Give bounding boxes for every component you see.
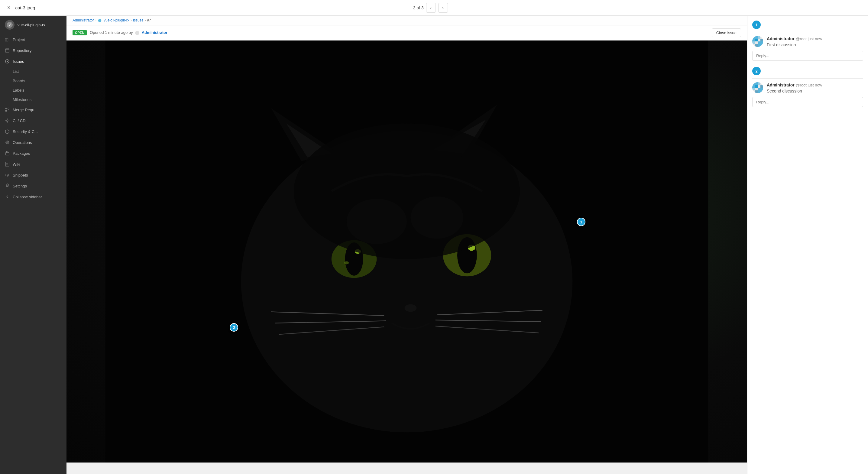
breadcrumb-admin[interactable]: Administrator [72,18,94,22]
svg-point-41 [347,199,407,244]
discussion-number-1: 1 [752,21,761,29]
close-button[interactable]: × [6,3,12,12]
sidebar-item-snippets[interactable]: Snippets [0,170,66,180]
right-panel: 1 A [747,16,868,474]
comment-header-2: Administrator @root just now [767,82,863,88]
svg-rect-54 [755,85,758,88]
sidebar-item-settings[interactable]: Settings [0,180,66,191]
sidebar-item-operations[interactable]: Operations [0,137,66,148]
sidebar-label-settings: Settings [13,184,27,188]
sidebar-item-security[interactable]: Security & C... [0,126,66,137]
comment-author-1: Administrator [767,36,795,41]
sidebar-item-repository[interactable]: Repository [0,45,66,56]
sidebar-label-operations: Operations [13,140,32,145]
sidebar-label-repository: Repository [13,48,31,53]
svg-point-7 [8,108,9,109]
svg-rect-57 [761,85,763,88]
annotation-pin-1[interactable]: 1 [577,218,585,226]
sidebar-label-security: Security & C... [13,129,38,134]
image-display: 1 2 cat-1.jpeg cat-2.jpeg cat-3.jpeg [66,40,747,463]
svg-rect-46 [755,39,758,41]
open-badge: Open [72,30,87,35]
comment-text-2: Second discussion [767,89,863,93]
sidebar-label-project: Project [13,37,25,42]
svg-point-42 [410,197,463,239]
svg-point-33 [405,304,417,312]
project-name: vue-cli-plugin-rx [18,23,45,27]
cat-image[interactable]: 1 2 [66,40,747,463]
page-info: 3 of 3 [413,5,424,10]
project-avatar: V [5,20,14,30]
sidebar-item-issues[interactable]: Issues [0,56,66,67]
security-icon [5,129,10,134]
issue-status-left: Open Opened 1 minute ago by Administrato… [72,30,167,35]
svg-point-32 [344,261,349,264]
sidebar-item-project[interactable]: ◫ Project [0,34,66,45]
sidebar-item-milestones[interactable]: Milestones [0,95,66,104]
operations-icon [5,140,10,145]
svg-rect-48 [758,36,761,39]
comment-block-2: Administrator @root just now Second disc… [752,82,863,93]
sidebar-item-wiki[interactable]: Wiki [0,159,66,170]
svg-line-17 [7,174,7,177]
sidebar-label-merge-requests: Merge Requ... [13,108,37,112]
comment-author-2: Administrator [767,83,795,87]
snippets-icon [5,173,10,177]
author-link[interactable]: Administrator [142,30,167,35]
sidebar-item-merge-requests[interactable]: Merge Requ... [0,104,66,115]
sidebar-item-boards[interactable]: Boards [0,76,66,86]
sidebar-label-ci-cd: CI / CD [13,119,26,123]
sidebar-item-collapse[interactable]: Collapse sidebar [0,191,66,202]
svg-point-6 [5,108,7,109]
opened-text: Opened 1 minute ago by Administrator [90,30,167,35]
file-title: cat-3.jpeg [16,5,35,10]
issue-breadcrumb-bar: Administrator › vue-cli-plugin-rx › Issu… [66,16,747,25]
svg-rect-56 [758,82,761,85]
close-issue-button[interactable]: Close issue [712,28,741,37]
collapse-icon [5,195,10,199]
sidebar-item-labels[interactable]: Labels [0,86,66,95]
sidebar-item-list[interactable]: List [0,67,66,76]
svg-text:V: V [8,23,11,27]
settings-icon [5,183,10,188]
sidebar-item-packages[interactable]: Packages [0,148,66,159]
breadcrumb-issue-number: #7 [147,18,151,22]
issue-status-bar: Open Opened 1 minute ago by Administrato… [66,25,747,40]
svg-rect-55 [752,88,755,90]
sidebar-label-wiki: Wiki [13,162,20,167]
breadcrumb-issues[interactable]: Issues [133,18,144,22]
reply-input-1[interactable] [752,51,863,61]
avatar-1 [752,36,763,47]
comment-meta-1: Administrator @root just now First discu… [767,36,863,47]
discussion-divider-1 [752,32,863,32]
breadcrumb: Administrator › vue-cli-plugin-rx › Issu… [72,18,151,23]
comment-handle-2: @root just now [796,83,822,87]
sidebar: V vue-cli-plugin-rx ◫ Project Repository… [0,16,66,474]
svg-rect-49 [761,39,763,41]
svg-point-8 [5,110,7,112]
comment-block-1: Administrator @root just now First discu… [752,36,863,47]
issues-icon [5,59,10,64]
breadcrumb-project[interactable]: vue-cli-plugin-rx [98,18,129,23]
sidebar-label-snippets: Snippets [13,173,28,177]
project-icon: ◫ [5,37,10,42]
discussion-item-2: 2 A [752,67,863,107]
svg-point-5 [7,61,8,62]
discussion-item-1: 1 A [752,21,863,61]
comment-text-1: First discussion [767,42,863,47]
svg-rect-50 [755,44,758,47]
reply-input-2[interactable] [752,97,863,107]
sidebar-item-ci-cd[interactable]: CI / CD [0,115,66,126]
sidebar-logo[interactable]: V vue-cli-plugin-rx [0,16,66,34]
next-button[interactable]: › [438,3,448,13]
sidebar-label-collapse: Collapse sidebar [13,195,42,199]
svg-point-10 [6,120,8,121]
sidebar-label-issues: Issues [13,59,24,64]
svg-rect-2 [5,49,9,52]
svg-rect-45 [758,41,763,47]
svg-rect-58 [755,90,758,93]
header-pagination: 3 of 3 ‹ › [413,3,448,13]
svg-point-40 [294,123,520,259]
packages-icon [5,151,10,156]
prev-button[interactable]: ‹ [426,3,436,13]
